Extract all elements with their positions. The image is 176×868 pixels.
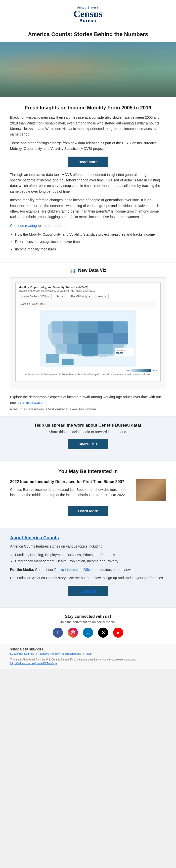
related-article-title: 2022 Income Inequality Decreased for Fir…: [10, 479, 132, 485]
map-legend: Low High: [19, 369, 157, 372]
viz-controls: Income Decile in 2005 ▼ Sex ▼ Race/Ethni…: [19, 294, 157, 299]
svg-rect-9: [98, 333, 113, 344]
subscriber-settings-link[interactable]: Subscriber Settings: [10, 652, 34, 655]
footer-disclaimer: This is an official email from the U.S. …: [10, 658, 166, 665]
svg-rect-17: [62, 359, 74, 365]
footer: SUBSCRIBER SERVICES Subscriber Settings …: [0, 644, 176, 669]
viz-control-income[interactable]: Income Decile in 2005 ▼: [19, 294, 52, 299]
america-counts-link[interactable]: America Counts: [24, 535, 59, 540]
data-visualization-link[interactable]: data visualization: [18, 401, 45, 404]
about-media-text: For the Media: Contact our Public Inform…: [10, 567, 166, 572]
svg-rect-1: [52, 321, 64, 333]
read-more-button[interactable]: Read More: [68, 157, 108, 167]
share-this-button[interactable]: Share This: [68, 439, 108, 449]
continue-reading-link[interactable]: Continue reading: [10, 224, 37, 227]
share-subtitle: Share this on social media or forward it…: [10, 430, 166, 434]
hero-image-inner: [0, 42, 176, 97]
svg-rect-7: [63, 333, 78, 344]
viz-widget-inner: Mobility, Opportunity, and Volatility St…: [15, 283, 161, 381]
viz-control-sex[interactable]: Sex ▼: [54, 294, 66, 299]
viz-widget-title: Mobility, Opportunity, and Volatility St…: [19, 286, 157, 289]
legend-high-label: High: [153, 369, 157, 372]
email-container: United States® Census Bureau America Cou…: [0, 0, 176, 669]
map-note: Dollar amounts in the map reflect indivi…: [19, 373, 157, 376]
unsubscribe-link[interactable]: Remove me from All Subscriptions: [39, 652, 81, 655]
viz-widget-subtitle: Income and Household Measures of Working…: [19, 289, 157, 292]
viz-control-year[interactable]: Year ▼: [96, 294, 109, 299]
legend-low-label: Low: [126, 369, 130, 372]
article-bullet-list: How the Mobility, Opportunity, and Volat…: [15, 231, 166, 252]
footer-services-label: SUBSCRIBER SERVICES: [10, 648, 166, 651]
public-information-office-link[interactable]: Public Information Office: [54, 568, 93, 571]
svg-rect-2: [63, 321, 78, 333]
svg-rect-16: [46, 354, 59, 363]
related-article-row: 2022 Income Inequality Decreased for Fir…: [10, 479, 166, 501]
article-title: Fresh Insights on Income Mobility From 2…: [10, 104, 166, 111]
bullet-item-1: How the Mobility, Opportunity, and Volat…: [15, 231, 166, 238]
footer-links-row: Subscriber Settings | Remove me from All…: [10, 652, 166, 655]
logo-main-text: Census: [73, 9, 103, 19]
svg-text:U.S. estimate: U.S. estimate: [116, 349, 126, 351]
help-link[interactable]: Help: [86, 652, 92, 655]
viz-description-text: Explore the demographic aspects of incom…: [10, 394, 166, 405]
about-section: About America Counts America Counts feat…: [0, 529, 176, 607]
related-section: You May Be Interested In 2022 Income Ine…: [0, 461, 176, 528]
data-viz-title: 📊 New Data Viz: [70, 268, 106, 274]
linkedin-icon[interactable]: in: [83, 628, 93, 638]
legend-gradient: [131, 369, 151, 372]
about-paragraph-1: America Counts features stories on vario…: [10, 544, 166, 549]
related-article-image-inner: [136, 479, 166, 501]
instagram-icon[interactable]: Ⓥ: [68, 628, 78, 638]
social-section: Stay connected with us! Join the convers…: [0, 608, 176, 644]
learn-more-button[interactable]: Learn More: [68, 506, 108, 516]
about-bullet-1: Families, Housing, Employment, Business,…: [15, 552, 166, 558]
related-article-image: [136, 479, 166, 501]
article-paragraph-4: Income mobility refers to changes in the…: [10, 197, 166, 220]
footer-contact-link[interactable]: https://ask.census.gov/prweb/PRAuth/app: [10, 662, 57, 665]
chevron-down-icon-3: ▼: [88, 295, 91, 298]
data-viz-header-section: 📊 New Data Viz: [0, 262, 176, 274]
social-icons-row: f Ⓥ in ✕ ▶: [10, 628, 166, 638]
share-title: Help us spread the word about Census Bur…: [10, 423, 166, 428]
article-paragraph-1: Black non-Hispanic men saw their incomes…: [10, 115, 166, 137]
chevron-down-icon-2: ▼: [61, 295, 64, 298]
facebook-icon[interactable]: f: [53, 628, 63, 638]
svg-rect-5: [113, 321, 128, 333]
article-paragraph-2: These and other findings emerge from new…: [10, 140, 166, 152]
svg-text:$32,350: $32,350: [116, 352, 123, 354]
chevron-down-icon-4: ▼: [104, 295, 106, 298]
data-viz-title-row: 📊 New Data Viz: [10, 268, 166, 274]
svg-rect-3: [78, 321, 98, 333]
page-title: America Counts: Stories Behind the Numbe…: [10, 31, 166, 38]
page-title-section: America Counts: Stories Behind the Numbe…: [0, 26, 176, 42]
viz-control-race[interactable]: Race/Ethnicity ▼: [69, 294, 93, 299]
youtube-icon[interactable]: ▶: [113, 628, 123, 638]
subscribe-button[interactable]: Subscribe: [68, 586, 108, 596]
bar-chart-icon: 📊: [70, 268, 76, 274]
social-subtitle: Join the conversation on social media.: [10, 620, 166, 624]
about-bullet-list: Families, Housing, Employment, Business,…: [15, 552, 166, 564]
continue-reading-suffix: to learn more about:: [37, 224, 69, 227]
viz-description: Explore the demographic aspects of incom…: [0, 394, 176, 405]
svg-rect-12: [67, 344, 82, 354]
svg-rect-6: [52, 333, 64, 344]
chevron-down-icon: ▼: [47, 295, 49, 298]
us-map-svg: U.S. estimate $32,350: [40, 310, 136, 367]
bullet-item-3: Income mobility measures: [15, 246, 166, 252]
logo-bureau-text: Bureau: [79, 19, 96, 23]
related-article-body: Census Bureau income data released last …: [10, 487, 132, 498]
us-map-container: U.S. estimate $32,350 Low High Dollar am…: [19, 310, 157, 376]
svg-rect-13: [82, 344, 98, 356]
twitter-x-icon[interactable]: ✕: [98, 628, 108, 638]
viz-variable-selector[interactable]: Variable Select Tool ⓘ: [19, 301, 157, 307]
related-section-title: You May Be Interested In: [10, 468, 166, 474]
census-logo: United States® Census Bureau: [73, 6, 103, 23]
hero-image: [0, 42, 176, 97]
svg-rect-8: [78, 333, 98, 344]
email-header: United States® Census Bureau: [0, 0, 176, 26]
about-signup-text: Don't miss an America Counts story! Use …: [10, 575, 166, 581]
viz-note: Note: This visualization is best viewed …: [0, 407, 176, 416]
related-article-text: 2022 Income Inequality Decreased for Fir…: [10, 479, 132, 498]
social-title: Stay connected with us!: [10, 614, 166, 619]
info-icon: ⓘ: [44, 303, 46, 305]
